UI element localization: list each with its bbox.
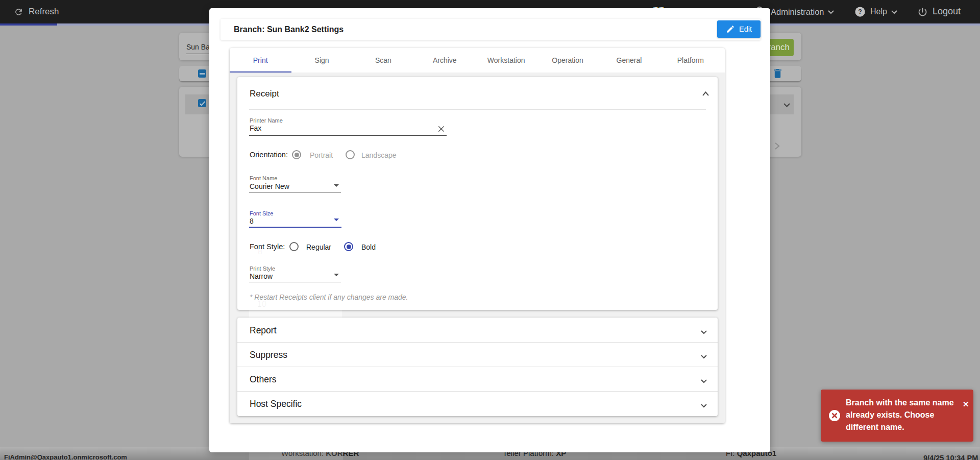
pencil-icon (726, 25, 735, 34)
delete-icon[interactable] (774, 68, 781, 78)
radio-landscape[interactable] (346, 150, 355, 159)
sections-panel: Report Suppress Others Host Specific (237, 318, 718, 416)
print-style-select[interactable]: Narrow (250, 272, 273, 280)
radio-dot (347, 245, 351, 249)
tab-scan[interactable]: Scan (353, 48, 414, 72)
tab-operation[interactable]: Operation (537, 48, 598, 72)
section-suppress[interactable]: Suppress (237, 342, 718, 367)
branch-settings-dialog: Branch: Sun Bank2 Settings Edit Print Si… (209, 8, 770, 452)
restart-note: * Restart Receipts client if any changes… (250, 293, 408, 301)
select-underline (249, 282, 341, 282)
tab-sign[interactable]: Sign (291, 48, 352, 72)
tab-workstation[interactable]: Workstation (476, 48, 537, 72)
toast-message: Branch with the same name already exists… (846, 397, 962, 433)
branch-name-input[interactable]: Sun Ba (186, 43, 210, 51)
chevron-down-icon (700, 403, 707, 408)
refresh-button[interactable]: Refresh (14, 6, 59, 17)
refresh-icon (14, 7, 23, 17)
radio-bold[interactable] (344, 242, 353, 251)
administration-menu[interactable]: Administration (771, 7, 824, 17)
edit-button[interactable]: Edit (717, 20, 761, 38)
row-select-chevron-icon[interactable] (783, 103, 791, 108)
section-report[interactable]: Report (237, 318, 718, 342)
radio-regular[interactable] (289, 242, 299, 251)
checkmark-icon (199, 100, 206, 107)
font-style-label: Font Style: (250, 243, 285, 251)
chevron-down-icon (700, 330, 707, 334)
tab-archive[interactable]: Archive (414, 48, 475, 72)
select-underline (249, 192, 341, 193)
section-host-specific[interactable]: Host Specific (237, 391, 718, 416)
landscape-label: Landscape (361, 151, 397, 159)
bold-label: Bold (361, 243, 376, 251)
dialog-title: Branch: Sun Bank2 Settings (234, 25, 344, 34)
tab-print[interactable]: Print (230, 48, 291, 72)
refresh-label: Refresh (29, 7, 59, 17)
chevron-down-icon (891, 10, 898, 14)
ghost-dropdown-remnant (249, 310, 342, 318)
select-all-checkbox[interactable] (198, 69, 206, 78)
radio-portrait[interactable] (292, 150, 301, 159)
power-icon (917, 7, 928, 17)
status-user: FiAdmin@Qaxpauto1.onmicrosoft.com (4, 453, 127, 460)
tab-bar: Print Sign Scan Archive Workstation Oper… (230, 48, 721, 72)
input-underline (249, 135, 447, 136)
font-size-label: Font Size (250, 210, 273, 216)
error-toast: Branch with the same name already exists… (821, 390, 973, 442)
font-size-select[interactable]: 8 (250, 217, 254, 225)
status-timestamp: 9/4/25 10:34 PM (923, 454, 978, 460)
ghost-overlay-strip (249, 452, 343, 460)
printer-name-input[interactable]: Fax (250, 124, 261, 132)
chevron-up-icon[interactable] (702, 91, 709, 96)
clear-icon[interactable] (437, 125, 445, 133)
tab-platform[interactable]: Platform (660, 48, 721, 72)
regular-label: Regular (306, 243, 331, 251)
font-name-label: Font Name (250, 175, 277, 181)
question-mark-glyph: ? (858, 8, 862, 15)
chevron-down-icon (700, 379, 707, 383)
error-icon (828, 409, 841, 422)
portrait-label: Portrait (310, 151, 333, 159)
row-checkbox[interactable] (198, 99, 206, 107)
chevron-down-icon (700, 354, 707, 359)
divider (249, 109, 706, 110)
select-underline-focused (249, 227, 341, 228)
dropdown-arrow-icon (334, 184, 339, 187)
tab-content: Receipt 8 10 Printer Name Fax Orientatio… (230, 72, 725, 423)
nav-active-tab-indicator (0, 23, 57, 26)
indeterminate-dash-icon (199, 70, 206, 77)
section-others[interactable]: Others (237, 367, 718, 391)
receipt-panel-title: Receipt (250, 89, 279, 99)
help-icon[interactable]: ? (854, 6, 866, 17)
orientation-label: Orientation: (250, 151, 288, 159)
printer-name-label: Printer Name (250, 117, 283, 124)
chevron-down-icon (827, 10, 835, 14)
font-name-select[interactable]: Courier New (250, 182, 289, 190)
radio-dot (295, 153, 299, 157)
print-style-label: Print Style (250, 265, 275, 272)
toast-close-icon[interactable]: ✕ (963, 400, 969, 409)
dropdown-arrow-icon (334, 219, 339, 221)
tab-general[interactable]: General (598, 48, 659, 72)
settings-tab-card: Print Sign Scan Archive Workstation Oper… (230, 48, 725, 423)
help-menu[interactable]: Help (870, 7, 887, 16)
pagination-next-icon[interactable] (774, 142, 780, 150)
edit-label: Edit (739, 25, 752, 33)
receipt-panel: Receipt 8 10 Printer Name Fax Orientatio… (237, 77, 718, 310)
dropdown-arrow-icon (334, 274, 339, 276)
logout-button[interactable]: Logout (933, 6, 961, 17)
